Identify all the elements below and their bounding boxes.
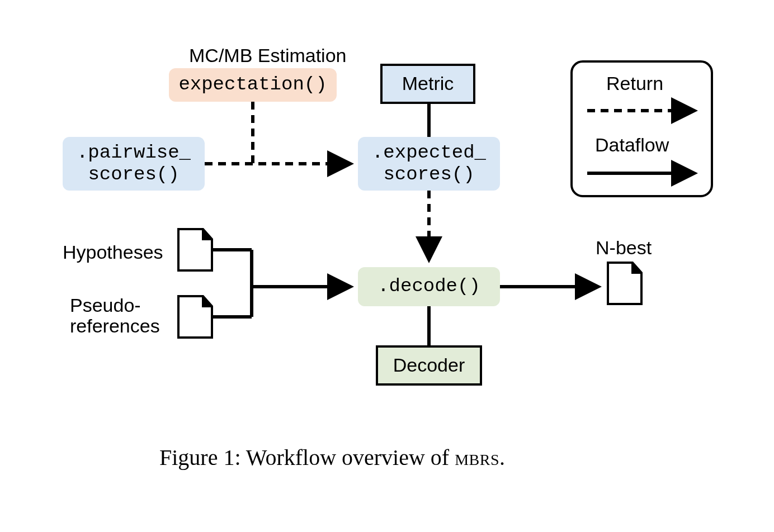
- pairwise-scores-box: .pairwise_ scores(): [63, 137, 205, 191]
- caption-system: mbrs: [455, 445, 499, 470]
- decode-box: .decode(): [358, 267, 500, 306]
- legend-return-label: Return: [606, 73, 663, 94]
- document-icon: [177, 228, 213, 274]
- legend-box: Return Dataflow: [570, 60, 713, 197]
- figure-caption: Figure 1: Workflow overview of mbrs.: [159, 444, 505, 471]
- decoder-box: Decoder: [376, 345, 482, 386]
- expectation-box: expectation(): [169, 68, 337, 102]
- document-icon: [607, 262, 643, 307]
- legend-dataflow-label: Dataflow: [595, 134, 669, 156]
- nbest-label: N-best: [596, 237, 652, 259]
- diagram-stage: MC/MB Estimation expectation() Metric .p…: [0, 0, 774, 532]
- pseudo-references-label: Pseudo- references: [70, 295, 160, 337]
- caption-suffix: .: [499, 445, 505, 470]
- estimation-title: MC/MB Estimation: [189, 45, 347, 66]
- hypotheses-label: Hypotheses: [63, 241, 163, 263]
- caption-prefix: Figure 1: Workflow overview of: [159, 445, 455, 470]
- metric-box: Metric: [380, 64, 475, 104]
- document-icon: [177, 295, 213, 341]
- expected-scores-box: .expected_ scores(): [358, 137, 500, 191]
